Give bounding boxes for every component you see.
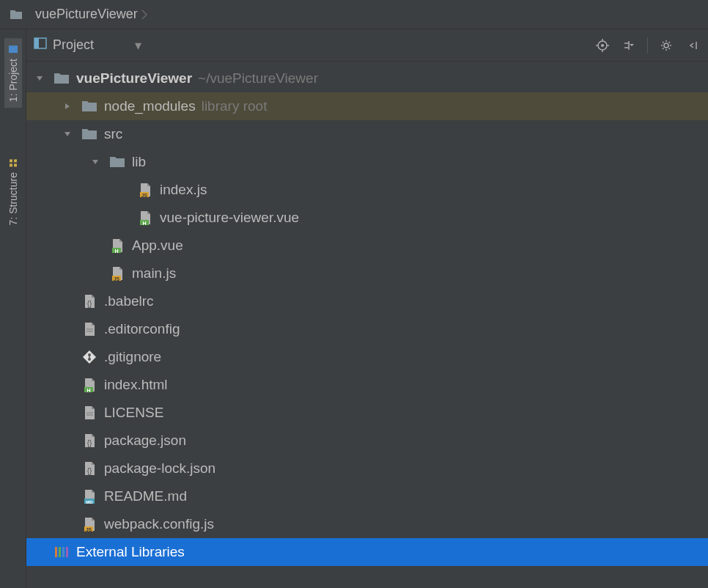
- panel-header: Project ▾: [26, 29, 708, 62]
- html-icon: H: [81, 378, 98, 392]
- tree-item-label: vuePictureViewer: [76, 70, 192, 87]
- tree-row[interactable]: {}package.json: [26, 427, 708, 455]
- tree-row[interactable]: JSindex.js: [26, 176, 708, 204]
- svg-text:H: H: [86, 388, 90, 392]
- tree-row[interactable]: .gitignore: [26, 343, 708, 371]
- chevron-down-icon: ▾: [135, 37, 141, 54]
- tree-row[interactable]: HApp.vue: [26, 232, 708, 260]
- tree-item-label: .babelrc: [104, 293, 154, 309]
- project-panel: Project ▾ vuePictureViewer~/vuePictu: [26, 29, 708, 588]
- folder-icon: [81, 127, 98, 142]
- file-icon: [81, 405, 98, 420]
- tree-item-label: lib: [132, 154, 146, 170]
- js-icon: JS: [108, 266, 126, 281]
- tree-item-suffix: library root: [202, 98, 268, 114]
- tree-item-label: .gitignore: [104, 349, 161, 365]
- tree-item-label: README.md: [104, 488, 187, 504]
- panel-view-selector[interactable]: Project ▾: [34, 37, 141, 54]
- tree-item-label: External Libraries: [76, 544, 185, 560]
- svg-rect-38: [55, 547, 57, 557]
- project-view-icon: [34, 37, 47, 53]
- panel-actions: [594, 37, 701, 54]
- svg-rect-6: [34, 38, 39, 48]
- tree-item-label: main.js: [132, 265, 176, 282]
- sidebar-tab-structure[interactable]: 7: Structure: [4, 152, 22, 231]
- panel-title: Project: [53, 37, 94, 53]
- tree-row[interactable]: JSmain.js: [26, 260, 708, 287]
- svg-text:{}: {}: [87, 467, 92, 475]
- md-icon: MD: [81, 489, 98, 504]
- tree-item-label: vue-picture-viewer.vue: [160, 210, 299, 226]
- tree-item-label: App.vue: [132, 238, 183, 254]
- tree-item-label: src: [104, 126, 122, 142]
- locate-icon[interactable]: [594, 37, 611, 54]
- tree-item-suffix: ~/vuePictureViewer: [198, 70, 318, 87]
- svg-text:H: H: [114, 249, 118, 253]
- arrow-right-icon[interactable]: [62, 103, 73, 110]
- svg-text:JS: JS: [86, 527, 92, 532]
- svg-rect-39: [59, 547, 61, 557]
- svg-rect-0: [9, 45, 18, 53]
- project-icon: [8, 44, 18, 54]
- tree-row[interactable]: MDREADME.md: [26, 482, 708, 510]
- arrow-down-icon[interactable]: [34, 75, 45, 82]
- svg-rect-40: [62, 547, 64, 557]
- collapse-all-icon[interactable]: [621, 37, 637, 54]
- tree-row[interactable]: src: [26, 120, 708, 148]
- tree-row[interactable]: .editorconfig: [26, 315, 708, 343]
- lib-icon: [53, 545, 70, 559]
- tree-item-label: package-lock.json: [104, 460, 215, 477]
- svg-text:{}: {}: [87, 300, 92, 308]
- tree-row[interactable]: {}.babelrc: [26, 287, 708, 315]
- folder-icon: [81, 99, 98, 114]
- breadcrumb: vuePictureViewer: [0, 0, 708, 29]
- main-area: 1: Project 7: Structure Project ▾: [0, 29, 708, 588]
- tree-row[interactable]: Hindex.html: [26, 371, 708, 399]
- tree-item-label: package.json: [104, 433, 186, 449]
- tree-row[interactable]: JSwebpack.config.js: [26, 510, 708, 538]
- breadcrumb-project[interactable]: vuePictureViewer: [7, 7, 138, 22]
- vue-icon: H: [108, 238, 126, 253]
- project-tree[interactable]: vuePictureViewer~/vuePictureViewernode_m…: [26, 62, 708, 588]
- svg-rect-3: [14, 159, 17, 162]
- tree-row[interactable]: {}package-lock.json: [26, 455, 708, 482]
- svg-rect-2: [10, 163, 12, 166]
- git-icon: [81, 350, 98, 364]
- js-icon: JS: [136, 183, 154, 197]
- divider: [647, 37, 648, 54]
- tool-window-bar: 1: Project 7: Structure: [0, 29, 26, 588]
- folder-icon: [7, 7, 25, 22]
- svg-text:H: H: [142, 221, 146, 225]
- breadcrumb-label: vuePictureViewer: [35, 7, 138, 22]
- sidebar-tab-project[interactable]: 1: Project: [4, 38, 22, 108]
- tree-row[interactable]: vuePictureViewer~/vuePictureViewer: [26, 65, 708, 92]
- arrow-down-icon[interactable]: [89, 158, 101, 166]
- svg-rect-1: [14, 163, 17, 166]
- sidebar-tab-label: 1: Project: [7, 59, 19, 102]
- js-icon: JS: [81, 517, 98, 532]
- structure-icon: [8, 158, 18, 168]
- folder-icon: [53, 71, 70, 86]
- svg-text:MD: MD: [86, 500, 93, 504]
- file-icon: [81, 322, 98, 337]
- tree-row[interactable]: node_moduleslibrary root: [26, 92, 708, 120]
- hide-icon[interactable]: [685, 37, 701, 54]
- arrow-down-icon[interactable]: [62, 131, 73, 138]
- tree-row[interactable]: Hvue-picture-viewer.vue: [26, 204, 708, 232]
- svg-rect-4: [10, 159, 12, 162]
- tree-item-label: webpack.config.js: [104, 516, 214, 532]
- tree-row[interactable]: External Libraries: [26, 538, 708, 566]
- tree-item-label: LICENSE: [104, 405, 163, 421]
- tree-item-label: node_modules: [104, 98, 196, 114]
- sidebar-tab-label: 7: Structure: [7, 172, 19, 225]
- tree-item-label: index.js: [160, 182, 207, 198]
- svg-point-13: [664, 43, 668, 48]
- tree-row[interactable]: LICENSE: [26, 399, 708, 427]
- chevron-right-icon: [141, 9, 148, 21]
- json-icon: {}: [81, 433, 98, 448]
- svg-point-8: [601, 44, 604, 47]
- svg-text:JS: JS: [141, 193, 148, 197]
- gear-icon[interactable]: [658, 37, 674, 54]
- tree-row[interactable]: lib: [26, 148, 708, 176]
- folder-icon: [108, 155, 126, 169]
